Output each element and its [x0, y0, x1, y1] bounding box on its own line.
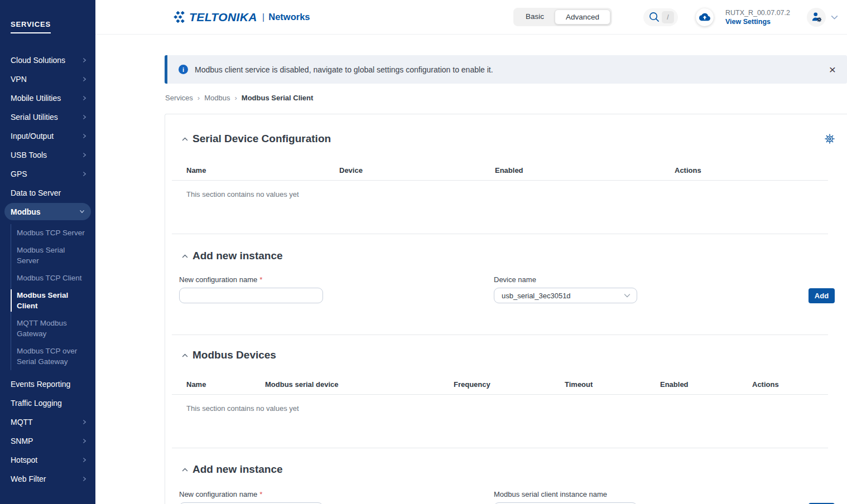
info-banner: i Modbus client service is disabled, nav…	[165, 55, 847, 84]
top-bar: TELTONIKA | Networks Basic Advanced /	[95, 0, 847, 35]
search-icon	[648, 11, 660, 23]
column-header: Enabled	[495, 166, 675, 175]
chevron-right-icon	[82, 76, 87, 82]
chevron-down-icon	[624, 293, 631, 298]
new-configuration-name-field: New configuration name *	[179, 275, 323, 303]
teltonika-logo-icon	[172, 11, 186, 23]
sidebar-item-input-output[interactable]: Input/Output	[0, 127, 95, 146]
sidebar-item-label: VPN	[11, 75, 27, 84]
user-menu-button[interactable]	[807, 8, 826, 27]
banner-message: Modbus client service is disabled, navig…	[195, 65, 493, 74]
device-name-select[interactable]: usb_serial_3ec3051d	[494, 288, 637, 303]
section-divider	[172, 335, 828, 335]
sidebar-item-mobile-utilities[interactable]: Mobile Utilities	[0, 89, 95, 108]
new-configuration-name-field: New configuration name *	[179, 490, 323, 504]
column-header: Actions	[675, 166, 835, 175]
page-content: i Modbus client service is disabled, nav…	[95, 35, 847, 504]
sidebar-item-vpn[interactable]: VPN	[0, 70, 95, 89]
search-shortcut-key: /	[662, 11, 674, 23]
main-area: TELTONIKA | Networks Basic Advanced /	[95, 0, 847, 504]
sidebar-item-label: Cloud Solutions	[11, 56, 65, 65]
column-header: Name	[186, 166, 339, 175]
collapse-chevron-icon	[182, 254, 188, 258]
gear-icon[interactable]	[825, 134, 835, 144]
section-title: Serial Device Configuration	[192, 133, 331, 145]
column-header: Device	[339, 166, 495, 175]
column-header: Frequency	[454, 380, 565, 389]
section-divider	[172, 448, 828, 448]
breadcrumb-separator: ›	[198, 94, 200, 102]
sidebar-item-mqtt-modbus-gateway[interactable]: MQTT Modbus Gateway	[17, 314, 87, 342]
field-label: Device name	[494, 275, 536, 284]
sidebar-item-usb-tools[interactable]: USB Tools	[0, 146, 95, 164]
sidebar-item-label: GPS	[11, 169, 27, 178]
sidebar-item-label: Mobile Utilities	[11, 94, 61, 103]
chevron-right-icon	[82, 457, 87, 463]
sidebar-item-label: MQTT	[11, 418, 33, 427]
section-serial-device-configuration[interactable]: Serial Device Configuration	[182, 133, 835, 145]
settings-card: Serial Device Configuration Name	[165, 114, 847, 504]
sidebar-item-modbus-tcp-over-serial-gateway[interactable]: Modbus TCP over Serial Gateway	[17, 342, 87, 370]
device-firmware-label: RUTX_R_00.07.07.2	[725, 8, 790, 17]
field-label: Modbus serial client instance name	[494, 490, 607, 498]
sidebar-item-mqtt[interactable]: MQTT	[0, 413, 95, 432]
sidebar-item-label: Hotspot	[11, 455, 37, 464]
breadcrumb-separator: ›	[234, 94, 237, 102]
sidebar-item-data-to-server[interactable]: Data to Server	[0, 183, 95, 202]
field-label: New configuration name	[179, 275, 257, 284]
banner-close-icon[interactable]: ×	[829, 64, 836, 75]
breadcrumb-modbus[interactable]: Modbus	[204, 94, 230, 102]
mode-toggle: Basic Advanced	[513, 8, 612, 26]
sidebar-item-label: Data to Server	[11, 188, 61, 197]
user-menu-chevron[interactable]	[831, 14, 838, 20]
required-asterisk: *	[259, 490, 262, 498]
rms-cloud-button[interactable]	[696, 8, 714, 26]
sidebar-item-web-filter[interactable]: Web Filter	[0, 469, 95, 488]
sidebar-item-label: Serial Utilities	[11, 113, 58, 122]
mode-advanced-button[interactable]: Advanced	[555, 9, 610, 25]
modbus-devices-table-header: Name Modbus serial device Frequency Time…	[186, 380, 835, 389]
sidebar-item-hotspot[interactable]: Hotspot	[0, 450, 95, 469]
section-modbus-devices[interactable]: Modbus Devices	[182, 349, 835, 361]
chevron-right-icon	[82, 152, 87, 158]
sidebar-item-cloud-solutions[interactable]: Cloud Solutions	[0, 51, 95, 70]
sidebar-item-label: Input/Output	[11, 132, 54, 140]
breadcrumb-services[interactable]: Services	[165, 94, 193, 102]
sidebar-item-serial-utilities[interactable]: Serial Utilities	[0, 108, 95, 127]
sidebar-item-traffic-logging[interactable]: Traffic Logging	[0, 394, 95, 413]
teltonika-logo[interactable]: TELTONIKA | Networks	[172, 11, 310, 24]
sidebar-item-modbus[interactable]: Modbus	[4, 203, 91, 220]
sidebar-section-services[interactable]: SERVICES	[11, 20, 51, 33]
add-serial-device-button[interactable]: Add	[808, 288, 835, 303]
chevron-right-icon	[82, 419, 87, 425]
sidebar: SERVICES Cloud Solutions VPN Mobile Util…	[0, 0, 95, 504]
sidebar-item-modbus-serial-client[interactable]: Modbus Serial Client	[17, 287, 87, 314]
column-header: Actions	[752, 380, 835, 389]
column-header: Timeout	[565, 380, 660, 389]
column-header: Modbus serial device	[265, 380, 454, 389]
sidebar-item-label: Modbus	[11, 207, 41, 216]
view-settings-link[interactable]: View Settings	[725, 17, 790, 26]
mode-basic-button[interactable]: Basic	[515, 9, 555, 25]
new-configuration-name-input[interactable]	[179, 288, 323, 303]
chevron-down-icon	[79, 209, 85, 214]
section-title: Add new instance	[192, 250, 283, 262]
sidebar-item-modbus-serial-server[interactable]: Modbus Serial Server	[17, 241, 87, 269]
sidebar-item-modbus-tcp-server[interactable]: Modbus TCP Server	[17, 224, 87, 241]
table-header-divider	[172, 394, 828, 395]
table-header-divider	[172, 180, 828, 181]
empty-table-message: This section contains no values yet	[186, 190, 835, 198]
sidebar-item-events-reporting[interactable]: Events Reporting	[0, 375, 95, 394]
section-add-new-instance-serial[interactable]: Add new instance	[182, 250, 835, 262]
sidebar-item-gps[interactable]: GPS	[0, 164, 95, 183]
select-value: usb_serial_3ec3051d	[502, 292, 571, 300]
sidebar-item-label: Traffic Logging	[11, 399, 62, 408]
sidebar-item-snmp[interactable]: SNMP	[0, 432, 95, 450]
sidebar-item-modbus-tcp-client[interactable]: Modbus TCP Client	[17, 269, 87, 287]
section-title: Add new instance	[192, 463, 283, 476]
search-button[interactable]: /	[643, 8, 678, 26]
info-icon: i	[179, 65, 188, 74]
chevron-right-icon	[82, 95, 87, 101]
section-add-new-instance-device[interactable]: Add new instance	[182, 463, 835, 476]
modbus-submenu: Modbus TCP Server Modbus Serial Server M…	[11, 224, 95, 370]
